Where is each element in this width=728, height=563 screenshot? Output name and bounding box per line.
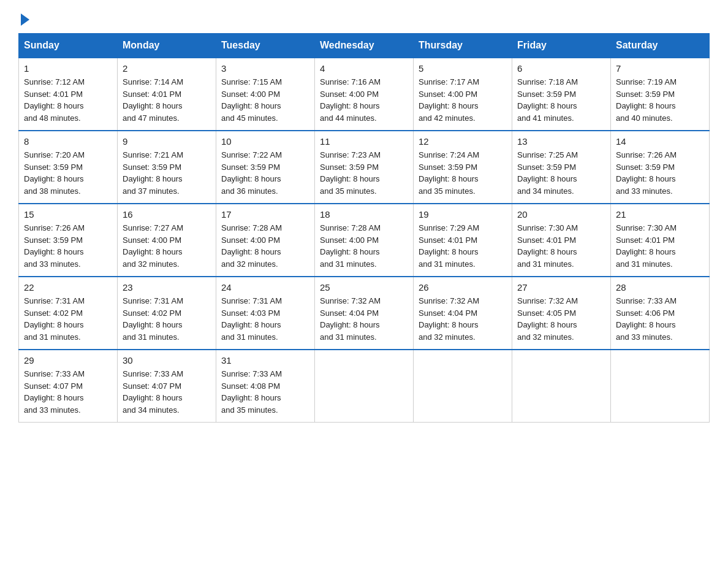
logo <box>18 12 29 21</box>
day-number: 9 <box>123 136 211 147</box>
day-info: Sunrise: 7:27 AMSunset: 4:00 PMDaylight:… <box>123 222 211 270</box>
day-number: 11 <box>320 136 408 147</box>
day-number: 10 <box>221 136 309 147</box>
day-info: Sunrise: 7:24 AMSunset: 3:59 PMDaylight:… <box>419 149 507 197</box>
day-info: Sunrise: 7:23 AMSunset: 3:59 PMDaylight:… <box>320 149 408 197</box>
calendar-cell: 23Sunrise: 7:31 AMSunset: 4:02 PMDayligh… <box>118 277 216 350</box>
week-row-3: 15Sunrise: 7:26 AMSunset: 3:59 PMDayligh… <box>19 204 710 277</box>
day-info: Sunrise: 7:16 AMSunset: 4:00 PMDaylight:… <box>320 76 408 124</box>
day-number: 21 <box>616 209 704 220</box>
calendar-cell: 5Sunrise: 7:17 AMSunset: 4:00 PMDaylight… <box>414 58 512 131</box>
day-info: Sunrise: 7:33 AMSunset: 4:06 PMDaylight:… <box>616 295 704 343</box>
day-info: Sunrise: 7:12 AMSunset: 4:01 PMDaylight:… <box>24 76 112 124</box>
calendar-cell: 19Sunrise: 7:29 AMSunset: 4:01 PMDayligh… <box>414 204 512 277</box>
calendar-cell: 16Sunrise: 7:27 AMSunset: 4:00 PMDayligh… <box>118 204 216 277</box>
day-info: Sunrise: 7:30 AMSunset: 4:01 PMDaylight:… <box>616 222 704 270</box>
calendar-cell: 29Sunrise: 7:33 AMSunset: 4:07 PMDayligh… <box>19 350 118 423</box>
day-number: 15 <box>24 209 112 220</box>
day-number: 7 <box>616 63 704 74</box>
day-number: 12 <box>419 136 507 147</box>
calendar-cell <box>611 350 710 423</box>
calendar-cell: 9Sunrise: 7:21 AMSunset: 3:59 PMDaylight… <box>118 131 216 204</box>
day-info: Sunrise: 7:28 AMSunset: 4:00 PMDaylight:… <box>221 222 309 270</box>
day-info: Sunrise: 7:22 AMSunset: 3:59 PMDaylight:… <box>221 149 309 197</box>
day-info: Sunrise: 7:15 AMSunset: 4:00 PMDaylight:… <box>221 76 309 124</box>
calendar-cell: 11Sunrise: 7:23 AMSunset: 3:59 PMDayligh… <box>315 131 414 204</box>
day-info: Sunrise: 7:33 AMSunset: 4:08 PMDaylight:… <box>221 368 309 416</box>
day-info: Sunrise: 7:14 AMSunset: 4:01 PMDaylight:… <box>123 76 211 124</box>
day-number: 6 <box>517 63 605 74</box>
calendar-cell: 25Sunrise: 7:32 AMSunset: 4:04 PMDayligh… <box>315 277 414 350</box>
day-info: Sunrise: 7:31 AMSunset: 4:02 PMDaylight:… <box>123 295 211 343</box>
logo-top <box>18 12 29 26</box>
day-number: 25 <box>320 282 408 293</box>
day-info: Sunrise: 7:32 AMSunset: 4:04 PMDaylight:… <box>320 295 408 343</box>
calendar-cell: 14Sunrise: 7:26 AMSunset: 3:59 PMDayligh… <box>611 131 710 204</box>
day-info: Sunrise: 7:18 AMSunset: 3:59 PMDaylight:… <box>517 76 605 124</box>
day-info: Sunrise: 7:26 AMSunset: 3:59 PMDaylight:… <box>616 149 704 197</box>
day-number: 8 <box>24 136 112 147</box>
day-info: Sunrise: 7:20 AMSunset: 3:59 PMDaylight:… <box>24 149 112 197</box>
day-info: Sunrise: 7:32 AMSunset: 4:05 PMDaylight:… <box>517 295 605 343</box>
calendar-cell: 22Sunrise: 7:31 AMSunset: 4:02 PMDayligh… <box>19 277 118 350</box>
calendar-cell: 1Sunrise: 7:12 AMSunset: 4:01 PMDaylight… <box>19 58 118 131</box>
day-number: 31 <box>221 355 309 366</box>
day-number: 18 <box>320 209 408 220</box>
calendar-cell: 10Sunrise: 7:22 AMSunset: 3:59 PMDayligh… <box>216 131 315 204</box>
header-row: SundayMondayTuesdayWednesdayThursdayFrid… <box>19 34 710 58</box>
week-row-4: 22Sunrise: 7:31 AMSunset: 4:02 PMDayligh… <box>19 277 710 350</box>
calendar-cell <box>315 350 414 423</box>
day-number: 24 <box>221 282 309 293</box>
day-info: Sunrise: 7:26 AMSunset: 3:59 PMDaylight:… <box>24 222 112 270</box>
calendar-cell: 20Sunrise: 7:30 AMSunset: 4:01 PMDayligh… <box>512 204 611 277</box>
calendar-cell: 15Sunrise: 7:26 AMSunset: 3:59 PMDayligh… <box>19 204 118 277</box>
day-number: 19 <box>419 209 507 220</box>
calendar-cell: 28Sunrise: 7:33 AMSunset: 4:06 PMDayligh… <box>611 277 710 350</box>
day-number: 1 <box>24 63 112 74</box>
logo-arrow-icon <box>21 13 29 26</box>
header-sunday: Sunday <box>19 34 118 58</box>
day-info: Sunrise: 7:33 AMSunset: 4:07 PMDaylight:… <box>24 368 112 416</box>
calendar-cell: 27Sunrise: 7:32 AMSunset: 4:05 PMDayligh… <box>512 277 611 350</box>
header-saturday: Saturday <box>611 34 710 58</box>
calendar-cell: 21Sunrise: 7:30 AMSunset: 4:01 PMDayligh… <box>611 204 710 277</box>
page-header <box>18 12 710 21</box>
calendar-cell: 31Sunrise: 7:33 AMSunset: 4:08 PMDayligh… <box>216 350 315 423</box>
day-info: Sunrise: 7:25 AMSunset: 3:59 PMDaylight:… <box>517 149 605 197</box>
calendar-header: SundayMondayTuesdayWednesdayThursdayFrid… <box>19 34 710 58</box>
calendar-cell: 13Sunrise: 7:25 AMSunset: 3:59 PMDayligh… <box>512 131 611 204</box>
week-row-5: 29Sunrise: 7:33 AMSunset: 4:07 PMDayligh… <box>19 350 710 423</box>
day-info: Sunrise: 7:33 AMSunset: 4:07 PMDaylight:… <box>123 368 211 416</box>
day-number: 20 <box>517 209 605 220</box>
calendar-cell: 24Sunrise: 7:31 AMSunset: 4:03 PMDayligh… <box>216 277 315 350</box>
day-number: 3 <box>221 63 309 74</box>
day-info: Sunrise: 7:17 AMSunset: 4:00 PMDaylight:… <box>419 76 507 124</box>
calendar-cell <box>512 350 611 423</box>
day-info: Sunrise: 7:31 AMSunset: 4:02 PMDaylight:… <box>24 295 112 343</box>
calendar-cell: 7Sunrise: 7:19 AMSunset: 3:59 PMDaylight… <box>611 58 710 131</box>
header-wednesday: Wednesday <box>315 34 414 58</box>
calendar-cell: 18Sunrise: 7:28 AMSunset: 4:00 PMDayligh… <box>315 204 414 277</box>
day-number: 16 <box>123 209 211 220</box>
day-info: Sunrise: 7:31 AMSunset: 4:03 PMDaylight:… <box>221 295 309 343</box>
day-number: 27 <box>517 282 605 293</box>
calendar-cell: 3Sunrise: 7:15 AMSunset: 4:00 PMDaylight… <box>216 58 315 131</box>
header-monday: Monday <box>118 34 216 58</box>
calendar-cell: 4Sunrise: 7:16 AMSunset: 4:00 PMDaylight… <box>315 58 414 131</box>
day-info: Sunrise: 7:21 AMSunset: 3:59 PMDaylight:… <box>123 149 211 197</box>
calendar-cell: 12Sunrise: 7:24 AMSunset: 3:59 PMDayligh… <box>414 131 512 204</box>
calendar-cell: 17Sunrise: 7:28 AMSunset: 4:00 PMDayligh… <box>216 204 315 277</box>
day-info: Sunrise: 7:19 AMSunset: 3:59 PMDaylight:… <box>616 76 704 124</box>
day-info: Sunrise: 7:30 AMSunset: 4:01 PMDaylight:… <box>517 222 605 270</box>
week-row-1: 1Sunrise: 7:12 AMSunset: 4:01 PMDaylight… <box>19 58 710 131</box>
header-thursday: Thursday <box>414 34 512 58</box>
calendar-body: 1Sunrise: 7:12 AMSunset: 4:01 PMDaylight… <box>19 58 710 423</box>
header-tuesday: Tuesday <box>216 34 315 58</box>
calendar-table: SundayMondayTuesdayWednesdayThursdayFrid… <box>18 33 710 423</box>
day-number: 14 <box>616 136 704 147</box>
calendar-cell: 6Sunrise: 7:18 AMSunset: 3:59 PMDaylight… <box>512 58 611 131</box>
calendar-cell: 2Sunrise: 7:14 AMSunset: 4:01 PMDaylight… <box>118 58 216 131</box>
day-number: 28 <box>616 282 704 293</box>
calendar-cell: 26Sunrise: 7:32 AMSunset: 4:04 PMDayligh… <box>414 277 512 350</box>
day-info: Sunrise: 7:29 AMSunset: 4:01 PMDaylight:… <box>419 222 507 270</box>
